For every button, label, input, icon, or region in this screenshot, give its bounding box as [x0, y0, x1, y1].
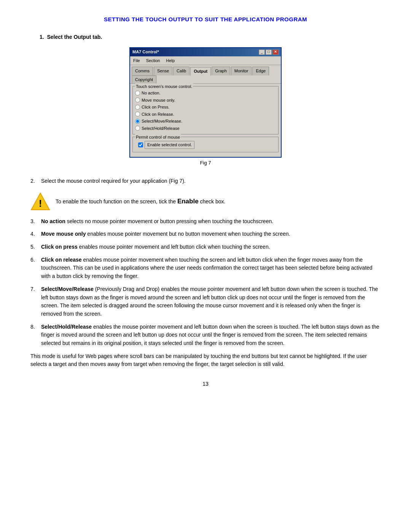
dialog-tabs: Comms Sense Calib Output Graph Monitor E… [130, 65, 281, 84]
step-2: 2. Select the mouse control required for… [30, 177, 381, 185]
item7-bold: Select/Move/Release [41, 286, 94, 292]
tab-edge[interactable]: Edge [252, 67, 269, 75]
dialog-container: MA7 Control* _ □ ✕ File Section Help Com… [30, 47, 381, 174]
dialog-titlebar: MA7 Control* _ □ ✕ [130, 48, 281, 56]
steps-list: 3. No action selects no mouse pointer mo… [30, 217, 381, 348]
radio-select-move-release: Select/Move/Release. [135, 118, 276, 125]
item-5: 5. Click on press enables mouse pointer … [30, 243, 381, 251]
tab-graph[interactable]: Graph [212, 67, 230, 75]
item3-bold: No action [41, 218, 65, 224]
titlebar-buttons: _ □ ✕ [259, 50, 279, 55]
enable-checkbox[interactable] [138, 142, 143, 147]
radio-no-action-input[interactable] [135, 91, 140, 96]
tab-monitor[interactable]: Monitor [231, 67, 252, 75]
warning-text: To enable the touch function on the scre… [56, 197, 225, 206]
step2-text: Select the mouse control required for yo… [41, 177, 381, 185]
footer-paragraph: This mode is useful for Web pages where … [30, 352, 381, 369]
tab-output[interactable]: Output [190, 67, 211, 76]
radio-click-release-input[interactable] [135, 112, 140, 117]
item-6: 6. Click on release enables mouse pointe… [30, 256, 381, 281]
radio-click-press-input[interactable] [135, 105, 140, 110]
enable-word: Enable [177, 198, 199, 205]
radio-select-hold-release-input[interactable] [135, 126, 140, 131]
warning-box: ! To enable the touch function on the sc… [30, 192, 381, 211]
group1-label: Touch screen's mouse control. [135, 83, 193, 90]
radio-move-mouse: Move mouse only. [135, 97, 276, 104]
radio-click-press: Click on Press. [135, 104, 276, 111]
tab-copyright[interactable]: Copyright [132, 75, 156, 84]
enable-control-row: Enable selected control. [138, 140, 276, 150]
item5-bold: Click on press [41, 244, 78, 250]
item-7: 7. Select/Move/Release (Previously Drag … [30, 285, 381, 318]
item4-bold: Move mouse only [41, 231, 86, 237]
tab-calib[interactable]: Calib [173, 67, 190, 75]
radio-select-hold-release: Select/Hold/Release [135, 125, 276, 132]
menu-help[interactable]: Help [164, 57, 176, 64]
item6-bold: Click on release [41, 257, 82, 263]
dialog-title-text: MA7 Control* [132, 49, 159, 55]
item-3: 3. No action selects no mouse pointer mo… [30, 217, 381, 226]
menu-section[interactable]: Section [145, 57, 162, 64]
close-button[interactable]: ✕ [272, 50, 279, 55]
mouse-control-group: Touch screen's mouse control. No action.… [132, 86, 279, 134]
minimize-button[interactable]: _ [259, 50, 265, 55]
radio-click-release: Click on Release. [135, 111, 276, 118]
radio-move-mouse-input[interactable] [135, 97, 140, 102]
enable-label: Enable selected control. [145, 141, 194, 149]
permit-control-group: Permit control of mouse Enable selected … [132, 137, 279, 152]
step-1-intro: 1. Select the Output tab. [40, 33, 381, 41]
tab-comms[interactable]: Comms [132, 67, 153, 75]
tab-sense[interactable]: Sense [154, 67, 172, 75]
warning-icon: ! [30, 192, 50, 211]
fig-label: Fig 7 [200, 159, 211, 167]
radio-no-action: No action. [135, 89, 276, 97]
menu-file[interactable]: File [132, 57, 142, 64]
radio-select-move-release-input[interactable] [135, 119, 140, 124]
dialog-menubar: File Section Help [130, 56, 281, 66]
item8-bold: Select/Hold/Release [41, 324, 92, 330]
item-4: 4. Move mouse only enables mouse pointer… [30, 230, 381, 238]
group2-label: Permit control of mouse [135, 134, 181, 141]
ma7-dialog[interactable]: MA7 Control* _ □ ✕ File Section Help Com… [129, 47, 282, 158]
svg-text:!: ! [39, 198, 42, 209]
maximize-button[interactable]: □ [266, 50, 272, 55]
page-title: SETTING THE TOUCH OUTPUT TO SUIT THE APP… [30, 15, 381, 24]
page-number: 13 [30, 380, 381, 388]
dialog-content: Touch screen's mouse control. No action.… [130, 84, 281, 157]
output-bold: Output [73, 34, 91, 40]
item-8: 8. Select/Hold/Release enables the mouse… [30, 323, 381, 348]
